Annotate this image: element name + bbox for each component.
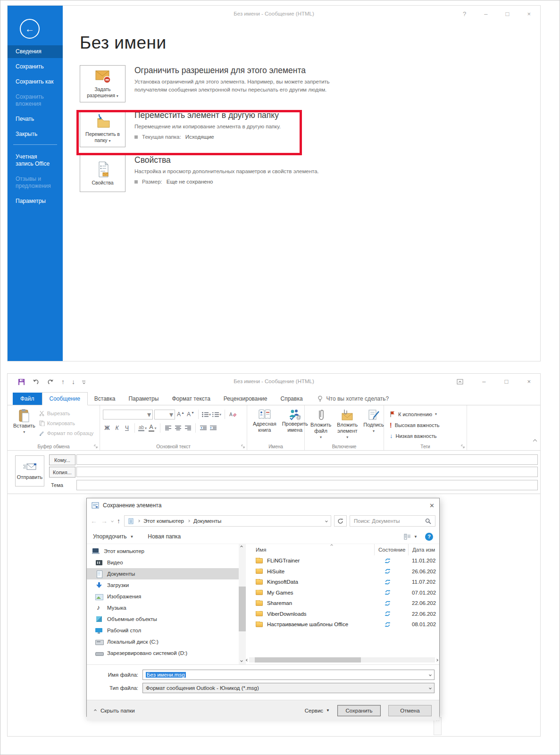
tree-scrollbar[interactable] [239, 544, 246, 664]
nav-history-icon[interactable] [111, 520, 114, 522]
dialog-close-icon[interactable]: ✕ [429, 502, 435, 509]
low-importance-button[interactable]: ↓ Низкая важность [390, 431, 440, 440]
nav-item-options[interactable]: Параметры [8, 195, 63, 208]
file-type-combo[interactable]: Формат сообщения Outlook - Юникод (*.msg… [142, 683, 435, 693]
breadcrumb-dropdown-icon[interactable] [325, 520, 328, 522]
undo-icon[interactable] [32, 378, 40, 385]
tree-item[interactable]: Зарезервировано системой (D:) [87, 647, 239, 659]
view-mode-button[interactable]: ▼ [404, 534, 418, 540]
subject-field[interactable] [76, 480, 538, 490]
maximize-button[interactable]: □ [506, 10, 510, 17]
shrink-font-button[interactable]: А▼ [186, 410, 195, 419]
nav-item-close[interactable]: Закрыть [8, 128, 63, 141]
tree-item[interactable]: Музыка [87, 602, 239, 613]
combo-dropdown-icon[interactable] [429, 673, 432, 676]
tab-review[interactable]: Рецензирование [217, 393, 274, 405]
ribbon-display-options-icon[interactable] [457, 379, 463, 385]
collapse-ribbon-icon[interactable] [533, 439, 537, 443]
tab-help[interactable]: Справка [274, 393, 309, 405]
tab-file[interactable]: Файл [13, 393, 42, 405]
hide-folders-button[interactable]: Скрыть папки [94, 708, 135, 713]
scroll-right-icon[interactable] [435, 659, 438, 662]
scrollbar-thumb[interactable] [255, 657, 361, 663]
decrease-indent-button[interactable] [199, 423, 208, 433]
to-button[interactable]: Кому... [49, 454, 75, 465]
dialog-launcher-icon[interactable] [461, 445, 465, 449]
breadcrumb[interactable]: Этот компьютер Документы [124, 515, 331, 527]
grow-font-button[interactable]: А▲ [176, 410, 185, 419]
bullets-button[interactable]: ▾ [202, 410, 211, 419]
combo-dropdown-icon[interactable] [429, 687, 432, 689]
send-button[interactable]: Отправить [15, 455, 44, 487]
new-folder-button[interactable]: Новая папка [148, 533, 181, 540]
save-icon[interactable] [18, 378, 25, 386]
dialog-launcher-icon[interactable] [94, 445, 98, 449]
nav-back-icon[interactable]: ← [91, 517, 97, 525]
help-icon[interactable]: ? [425, 533, 433, 541]
back-button[interactable]: ← [20, 19, 40, 39]
customize-qat-icon[interactable] [82, 380, 85, 384]
move-up-icon[interactable]: ↑ [61, 378, 65, 386]
tree-item[interactable]: Локальный диск (C:) [87, 636, 239, 647]
breadcrumb-this-pc[interactable]: Этот компьютер [143, 518, 184, 524]
minimize-button[interactable]: – [484, 10, 487, 17]
tree-item[interactable]: Изображения [87, 591, 239, 602]
scroll-left-icon[interactable] [246, 659, 249, 662]
tools-button[interactable]: Сервис▼ [305, 708, 330, 713]
minimize-button[interactable]: – [482, 378, 485, 385]
nav-item-save[interactable]: Сохранить [8, 60, 63, 73]
nav-item-info[interactable]: Сведения [8, 45, 63, 58]
file-name-combo[interactable]: Без имени.msg [142, 670, 435, 680]
move-to-folder-button[interactable]: Переместить в папку ▾ [80, 110, 125, 147]
scrollbar-thumb[interactable] [239, 587, 246, 631]
signature-button[interactable]: Подпись ▾ [360, 408, 387, 442]
tree-item[interactable]: Этот компьютер [87, 545, 239, 557]
bold-button[interactable]: Ж [103, 423, 111, 433]
maximize-button[interactable]: □ [505, 378, 509, 385]
column-name[interactable]: Имя [246, 547, 374, 553]
tab-insert[interactable]: Вставка [88, 393, 122, 405]
file-row[interactable]: Настраиваемые шаблоны Office [246, 619, 439, 630]
tree-item[interactable]: Документы [87, 568, 239, 579]
font-family-combo[interactable]: ▾ [103, 410, 153, 419]
align-right-button[interactable] [184, 423, 192, 433]
file-row[interactable]: KingsoftData [246, 577, 439, 587]
move-down-icon[interactable]: ↓ [72, 378, 75, 386]
address-book-button[interactable]: Адресная книга [250, 408, 279, 442]
tree-item[interactable]: Загрузки [87, 579, 239, 591]
high-importance-button[interactable]: ! Высокая важность [390, 420, 440, 429]
close-button[interactable]: × [527, 10, 531, 17]
attach-item-button[interactable]: Вложить элемент ▾ [334, 408, 360, 442]
to-field[interactable] [76, 454, 538, 465]
set-permissions-button[interactable]: Задать разрешения ▾ [80, 65, 125, 102]
align-center-button[interactable] [174, 423, 182, 433]
follow-up-button[interactable]: К исполнению▾ [390, 410, 440, 419]
file-row[interactable]: My Games 07 [246, 587, 439, 598]
font-size-combo[interactable]: ▾ [154, 410, 175, 419]
scroll-up-icon[interactable] [240, 545, 243, 548]
search-box[interactable]: Поиск: Документы [350, 515, 435, 527]
column-status[interactable]: Состояние [374, 544, 408, 555]
font-color-button[interactable]: А▾ [148, 423, 157, 433]
file-row[interactable]: ViberDownloads [246, 609, 439, 620]
tab-format-text[interactable]: Формат текста [165, 393, 217, 405]
breadcrumb-documents[interactable]: Документы [193, 518, 221, 524]
column-date[interactable]: Дата изм [408, 544, 439, 555]
organize-button[interactable]: Упорядочить▼ [93, 533, 134, 540]
nav-up-icon[interactable]: ↑ [117, 517, 120, 525]
increase-indent-button[interactable] [209, 423, 217, 433]
scroll-down-icon[interactable] [240, 659, 243, 662]
tree-item[interactable]: Видео [87, 557, 239, 568]
cancel-button[interactable]: Отмена [388, 705, 432, 716]
nav-item-print[interactable]: Печать [8, 113, 63, 126]
file-row[interactable]: HiSuite 26. [246, 566, 439, 577]
cc-field[interactable] [76, 467, 538, 477]
underline-button[interactable]: Ч [123, 423, 131, 433]
align-left-button[interactable] [164, 423, 172, 433]
tab-options[interactable]: Параметры [122, 393, 165, 405]
highlight-button[interactable]: ab▾ [138, 423, 147, 433]
tree-item[interactable]: Рабочий стол [87, 625, 239, 636]
dialog-launcher-icon[interactable] [241, 445, 245, 449]
attach-file-button[interactable]: Вложить файл ▾ [308, 408, 334, 442]
help-button[interactable]: ? [463, 10, 466, 17]
